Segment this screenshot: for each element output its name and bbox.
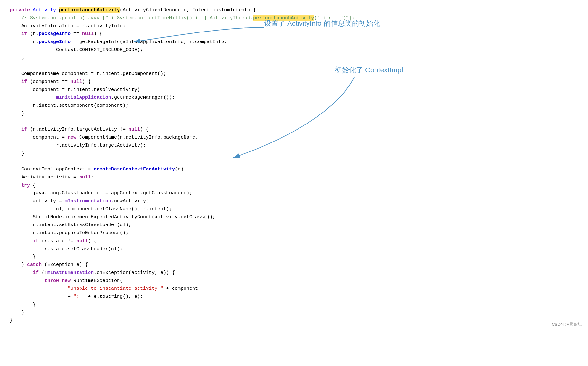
code-line-blank1 bbox=[10, 62, 578, 70]
code-line-37: } bbox=[10, 317, 578, 325]
code-line-36: } bbox=[10, 309, 578, 317]
watermark: CSDN @景高旭 bbox=[552, 321, 582, 328]
code-line-1: private Activity performLaunchActivity(A… bbox=[10, 6, 578, 14]
code-line-blank2 bbox=[10, 118, 578, 126]
annotation-label-contextimpl: 初始化了 ContextImpl bbox=[335, 64, 403, 76]
code-line-31: if (!mInstrumentation.onException(activi… bbox=[10, 269, 578, 277]
code-line-34: + ": " + e.toString(), e); bbox=[10, 293, 578, 301]
code-line-18: ContextImpl appContext = createBaseConte… bbox=[10, 166, 578, 174]
code-line-30: } catch (Exception e) { bbox=[10, 261, 578, 269]
code-line-22: activity = mInstrumentation.newActivity( bbox=[10, 197, 578, 206]
code-line-15: component = new ComponentName(r.activity… bbox=[10, 134, 578, 142]
code-line-7: } bbox=[10, 54, 578, 62]
code-line-21: java.lang.ClassLoader cl = appContext.ge… bbox=[10, 189, 578, 197]
code-line-32: throw new RuntimeException( bbox=[10, 277, 578, 285]
code-line-5: r.packageInfo = getPackageInfo(aInfo.app… bbox=[10, 38, 578, 46]
code-line-14: if (r.activityInfo.targetActivity != nul… bbox=[10, 126, 578, 134]
code-line-17: } bbox=[10, 150, 578, 158]
code-line-25: r.intent.setExtrasClassLoader(cl); bbox=[10, 221, 578, 229]
code-line-10: component = r.intent.resolveActivity( bbox=[10, 86, 578, 94]
code-line-26: r.intent.prepareToEnterProcess(); bbox=[10, 229, 578, 237]
code-line-4: if (r.packageInfo == null) { bbox=[10, 30, 578, 38]
code-line-6: Context.CONTEXT_INCLUDE_CODE); bbox=[10, 46, 578, 54]
code-line-27: if (r.state != null) { bbox=[10, 237, 578, 245]
code-line-33: "Unable to instantiate activity " + comp… bbox=[10, 285, 578, 293]
code-line-35: } bbox=[10, 301, 578, 309]
code-line-8: ComponentName component = r.intent.getCo… bbox=[10, 70, 578, 78]
code-line-16: r.activityInfo.targetActivity); bbox=[10, 142, 578, 150]
code-line-28: r.state.setClassLoader(cl); bbox=[10, 245, 578, 253]
annotation-label-activityinfo: 设置了 ActivityInfo 的信息类的初始化 bbox=[264, 18, 380, 29]
code-line-11: mInitialApplication.getPackageManager())… bbox=[10, 94, 578, 102]
code-line-23: cl, component.getClassName(), r.intent); bbox=[10, 206, 578, 214]
code-line-19: Activity activity = null; bbox=[10, 174, 578, 182]
code-line-29: } bbox=[10, 253, 578, 261]
code-container: private Activity performLaunchActivity(A… bbox=[0, 0, 588, 331]
code-line-24: StrictMode.incrementExpectedActivityCoun… bbox=[10, 214, 578, 222]
code-line-20: try { bbox=[10, 182, 578, 190]
code-line-12: r.intent.setComponent(component); bbox=[10, 102, 578, 110]
code-line-blank3 bbox=[10, 158, 578, 166]
code-line-13: } bbox=[10, 110, 578, 118]
code-line-9: if (component == null) { bbox=[10, 78, 578, 86]
